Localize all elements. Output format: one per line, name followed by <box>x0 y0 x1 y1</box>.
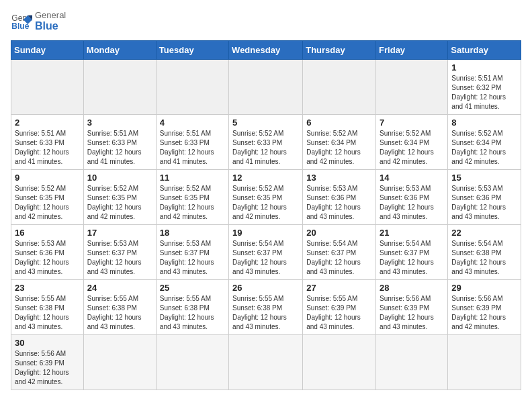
calendar-cell: 22Sunrise: 5:54 AM Sunset: 6:38 PM Dayli… <box>448 225 521 280</box>
day-number: 27 <box>306 283 372 293</box>
day-number: 5 <box>232 118 299 128</box>
day-info: Sunrise: 5:52 AM Sunset: 6:33 PM Dayligh… <box>232 129 299 167</box>
day-info: Sunrise: 5:53 AM Sunset: 6:37 PM Dayligh… <box>160 239 225 277</box>
calendar-cell: 21Sunrise: 5:54 AM Sunset: 6:37 PM Dayli… <box>376 225 448 280</box>
calendar-cell: 15Sunrise: 5:53 AM Sunset: 6:36 PM Dayli… <box>448 170 521 225</box>
day-number: 3 <box>87 118 152 128</box>
day-number: 10 <box>87 173 152 183</box>
calendar-cell: 20Sunrise: 5:54 AM Sunset: 6:37 PM Dayli… <box>303 225 376 280</box>
week-row-1: 1Sunrise: 5:51 AM Sunset: 6:32 PM Daylig… <box>11 60 521 115</box>
day-number: 21 <box>380 228 444 238</box>
calendar-cell: 18Sunrise: 5:53 AM Sunset: 6:37 PM Dayli… <box>156 225 228 280</box>
calendar-cell: 12Sunrise: 5:52 AM Sunset: 6:35 PM Dayli… <box>229 170 303 225</box>
calendar-cell <box>156 60 228 115</box>
day-info: Sunrise: 5:55 AM Sunset: 6:39 PM Dayligh… <box>306 294 372 332</box>
calendar-cell <box>376 335 448 390</box>
calendar-cell <box>448 335 521 390</box>
calendar-cell: 9Sunrise: 5:52 AM Sunset: 6:35 PM Daylig… <box>11 170 84 225</box>
day-info: Sunrise: 5:53 AM Sunset: 6:36 PM Dayligh… <box>15 239 80 277</box>
calendar-cell <box>156 335 228 390</box>
day-info: Sunrise: 5:52 AM Sunset: 6:35 PM Dayligh… <box>160 184 225 222</box>
week-row-5: 23Sunrise: 5:55 AM Sunset: 6:38 PM Dayli… <box>11 280 521 335</box>
day-number: 30 <box>15 338 80 348</box>
calendar-cell: 28Sunrise: 5:56 AM Sunset: 6:39 PM Dayli… <box>376 280 448 335</box>
day-info: Sunrise: 5:54 AM Sunset: 6:37 PM Dayligh… <box>232 239 299 277</box>
weekday-sunday: Sunday <box>11 41 84 60</box>
calendar-cell: 24Sunrise: 5:55 AM Sunset: 6:38 PM Dayli… <box>83 280 156 335</box>
logo-icon: General Blue <box>11 11 32 32</box>
day-number: 22 <box>451 228 517 238</box>
calendar-cell: 25Sunrise: 5:55 AM Sunset: 6:38 PM Dayli… <box>156 280 228 335</box>
weekday-thursday: Thursday <box>303 41 376 60</box>
calendar-cell: 1Sunrise: 5:51 AM Sunset: 6:32 PM Daylig… <box>448 60 521 115</box>
calendar-cell <box>303 60 376 115</box>
calendar-cell: 27Sunrise: 5:55 AM Sunset: 6:39 PM Dayli… <box>303 280 376 335</box>
day-info: Sunrise: 5:52 AM Sunset: 6:35 PM Dayligh… <box>15 184 80 222</box>
calendar-cell: 26Sunrise: 5:55 AM Sunset: 6:38 PM Dayli… <box>229 280 303 335</box>
calendar-cell: 7Sunrise: 5:52 AM Sunset: 6:34 PM Daylig… <box>376 115 448 170</box>
day-number: 26 <box>232 283 299 293</box>
calendar-cell: 16Sunrise: 5:53 AM Sunset: 6:36 PM Dayli… <box>11 225 84 280</box>
day-number: 6 <box>306 118 372 128</box>
day-info: Sunrise: 5:53 AM Sunset: 6:36 PM Dayligh… <box>451 184 517 222</box>
day-info: Sunrise: 5:54 AM Sunset: 6:38 PM Dayligh… <box>451 239 517 277</box>
week-row-3: 9Sunrise: 5:52 AM Sunset: 6:35 PM Daylig… <box>11 170 521 225</box>
day-info: Sunrise: 5:55 AM Sunset: 6:38 PM Dayligh… <box>232 294 299 332</box>
day-number: 23 <box>15 283 80 293</box>
day-info: Sunrise: 5:51 AM Sunset: 6:33 PM Dayligh… <box>15 129 80 167</box>
calendar-cell: 10Sunrise: 5:52 AM Sunset: 6:35 PM Dayli… <box>83 170 156 225</box>
day-number: 4 <box>160 118 225 128</box>
day-info: Sunrise: 5:53 AM Sunset: 6:36 PM Dayligh… <box>306 184 372 222</box>
day-info: Sunrise: 5:52 AM Sunset: 6:35 PM Dayligh… <box>87 184 152 222</box>
weekday-wednesday: Wednesday <box>229 41 303 60</box>
header: General Blue General Blue <box>11 11 521 32</box>
day-info: Sunrise: 5:56 AM Sunset: 6:39 PM Dayligh… <box>15 349 80 387</box>
calendar-cell <box>229 60 303 115</box>
day-number: 8 <box>451 118 517 128</box>
calendar-cell: 6Sunrise: 5:52 AM Sunset: 6:34 PM Daylig… <box>303 115 376 170</box>
weekday-tuesday: Tuesday <box>156 41 228 60</box>
day-info: Sunrise: 5:52 AM Sunset: 6:34 PM Dayligh… <box>306 129 372 167</box>
day-number: 24 <box>87 283 152 293</box>
calendar-cell: 19Sunrise: 5:54 AM Sunset: 6:37 PM Dayli… <box>229 225 303 280</box>
day-number: 15 <box>451 173 517 183</box>
calendar-cell: 2Sunrise: 5:51 AM Sunset: 6:33 PM Daylig… <box>11 115 84 170</box>
calendar-cell <box>11 60 84 115</box>
weekday-monday: Monday <box>83 41 156 60</box>
day-info: Sunrise: 5:55 AM Sunset: 6:38 PM Dayligh… <box>15 294 80 332</box>
calendar-cell <box>83 60 156 115</box>
day-number: 1 <box>451 62 517 73</box>
day-info: Sunrise: 5:54 AM Sunset: 6:37 PM Dayligh… <box>306 239 372 277</box>
calendar: SundayMondayTuesdayWednesdayThursdayFrid… <box>11 40 521 390</box>
day-info: Sunrise: 5:51 AM Sunset: 6:33 PM Dayligh… <box>160 129 225 167</box>
calendar-cell <box>376 60 448 115</box>
day-number: 9 <box>15 173 80 183</box>
week-row-6: 30Sunrise: 5:56 AM Sunset: 6:39 PM Dayli… <box>11 335 521 390</box>
calendar-cell: 30Sunrise: 5:56 AM Sunset: 6:39 PM Dayli… <box>11 335 84 390</box>
week-row-4: 16Sunrise: 5:53 AM Sunset: 6:36 PM Dayli… <box>11 225 521 280</box>
day-info: Sunrise: 5:51 AM Sunset: 6:32 PM Dayligh… <box>451 74 517 111</box>
weekday-saturday: Saturday <box>448 41 521 60</box>
day-info: Sunrise: 5:51 AM Sunset: 6:33 PM Dayligh… <box>87 129 152 167</box>
day-number: 11 <box>160 173 225 183</box>
day-info: Sunrise: 5:52 AM Sunset: 6:35 PM Dayligh… <box>232 184 299 222</box>
calendar-cell <box>83 335 156 390</box>
calendar-cell: 11Sunrise: 5:52 AM Sunset: 6:35 PM Dayli… <box>156 170 228 225</box>
day-info: Sunrise: 5:52 AM Sunset: 6:34 PM Dayligh… <box>451 129 517 167</box>
day-info: Sunrise: 5:55 AM Sunset: 6:38 PM Dayligh… <box>87 294 152 332</box>
day-info: Sunrise: 5:56 AM Sunset: 6:39 PM Dayligh… <box>380 294 444 332</box>
day-number: 2 <box>15 118 80 128</box>
day-info: Sunrise: 5:53 AM Sunset: 6:37 PM Dayligh… <box>87 239 152 277</box>
day-number: 25 <box>160 283 225 293</box>
calendar-cell: 5Sunrise: 5:52 AM Sunset: 6:33 PM Daylig… <box>229 115 303 170</box>
day-info: Sunrise: 5:54 AM Sunset: 6:37 PM Dayligh… <box>380 239 444 277</box>
calendar-cell: 14Sunrise: 5:53 AM Sunset: 6:36 PM Dayli… <box>376 170 448 225</box>
day-info: Sunrise: 5:52 AM Sunset: 6:34 PM Dayligh… <box>380 129 444 167</box>
day-number: 20 <box>306 228 372 238</box>
weekday-header-row: SundayMondayTuesdayWednesdayThursdayFrid… <box>11 41 521 60</box>
week-row-2: 2Sunrise: 5:51 AM Sunset: 6:33 PM Daylig… <box>11 115 521 170</box>
calendar-cell: 29Sunrise: 5:56 AM Sunset: 6:39 PM Dayli… <box>448 280 521 335</box>
weekday-friday: Friday <box>376 41 448 60</box>
calendar-cell <box>229 335 303 390</box>
calendar-cell: 3Sunrise: 5:51 AM Sunset: 6:33 PM Daylig… <box>83 115 156 170</box>
